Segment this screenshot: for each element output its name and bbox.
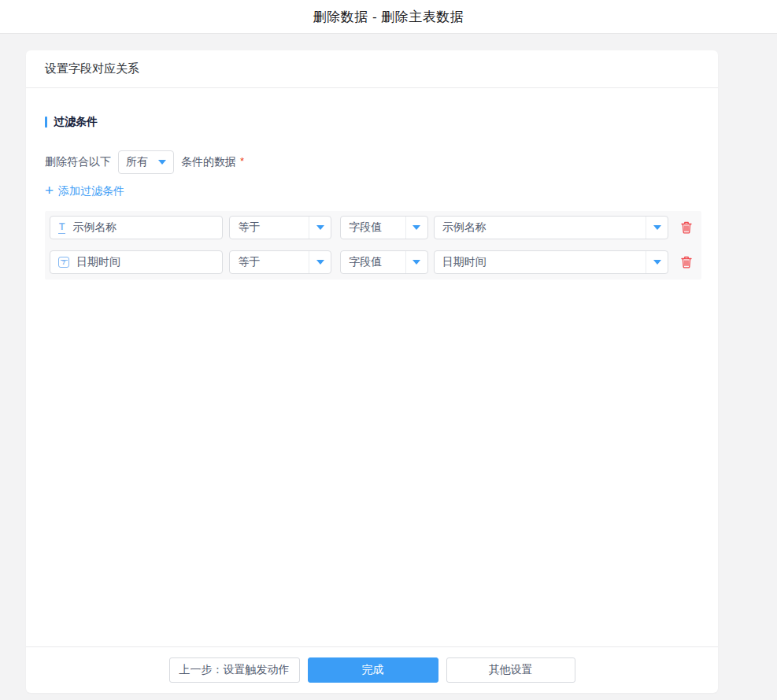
trash-icon bbox=[681, 221, 692, 234]
caret-zone bbox=[405, 251, 427, 273]
operator-value: 等于 bbox=[230, 220, 309, 235]
match-prefix-label: 删除符合以下 bbox=[45, 155, 111, 169]
delete-condition-button[interactable] bbox=[680, 221, 692, 235]
value-type-value: 字段值 bbox=[341, 255, 405, 269]
value-type-value: 字段值 bbox=[341, 220, 405, 235]
filter-row: T 示例名称 等于 字段值 示例名称 bbox=[50, 216, 692, 239]
compare-value-select[interactable]: 日期时间 bbox=[434, 250, 668, 274]
other-settings-button[interactable]: 其他设置 bbox=[446, 657, 575, 683]
add-filter-condition-label: 添加过滤条件 bbox=[58, 184, 124, 198]
filter-rows-panel: T 示例名称 等于 字段值 示例名称 bbox=[45, 211, 701, 280]
chevron-down-icon bbox=[413, 260, 420, 265]
filter-block-title: 过滤条件 bbox=[45, 115, 98, 129]
trash-icon bbox=[681, 256, 692, 269]
accent-bar-icon bbox=[45, 117, 47, 128]
field-name-value: 日期时间 bbox=[76, 255, 120, 269]
match-mode-select[interactable]: 所有 bbox=[118, 150, 174, 174]
compare-value: 日期时间 bbox=[435, 255, 646, 269]
match-condition-line: 删除符合以下 所有 条件的数据 * bbox=[45, 150, 244, 174]
date-field-icon: 7 bbox=[58, 257, 69, 268]
page-header: 删除数据 - 删除主表数据 bbox=[0, 0, 777, 34]
match-mode-value: 所有 bbox=[126, 155, 148, 169]
delete-condition-button[interactable] bbox=[680, 256, 692, 269]
settings-card: 设置字段对应关系 过滤条件 删除符合以下 所有 条件的数据 * + 添加过滤条件… bbox=[26, 50, 718, 693]
value-type-select[interactable]: 字段值 bbox=[340, 216, 428, 239]
caret-zone bbox=[405, 217, 427, 239]
compare-value: 示例名称 bbox=[435, 220, 646, 235]
filter-block-title-label: 过滤条件 bbox=[54, 115, 98, 129]
add-filter-condition-link[interactable]: + 添加过滤条件 bbox=[45, 184, 124, 198]
text-field-icon: T bbox=[58, 222, 65, 234]
chevron-down-icon bbox=[316, 225, 324, 230]
chevron-down-icon bbox=[158, 160, 166, 165]
chevron-down-icon bbox=[653, 225, 661, 230]
match-suffix-label: 条件的数据 bbox=[181, 155, 236, 169]
done-button[interactable]: 完成 bbox=[308, 657, 438, 683]
chevron-down-icon bbox=[653, 260, 661, 265]
value-type-select[interactable]: 字段值 bbox=[340, 250, 428, 274]
filter-row: 7 日期时间 等于 字段值 日期时间 bbox=[50, 250, 692, 274]
caret-zone bbox=[309, 251, 331, 273]
caret-zone bbox=[646, 217, 668, 239]
plus-icon: + bbox=[45, 185, 54, 196]
section-title: 设置字段对应关系 bbox=[45, 61, 139, 76]
required-asterisk: * bbox=[240, 155, 244, 167]
operator-select[interactable]: 等于 bbox=[229, 216, 331, 239]
page-title: 删除数据 - 删除主表数据 bbox=[313, 8, 464, 26]
previous-step-button[interactable]: 上一步：设置触发动作 bbox=[169, 657, 300, 683]
chevron-down-icon bbox=[316, 260, 324, 265]
card-body: 过滤条件 删除符合以下 所有 条件的数据 * + 添加过滤条件 T 示例名称 bbox=[26, 88, 718, 646]
field-name-input[interactable]: T 示例名称 bbox=[50, 216, 223, 239]
card-footer: 上一步：设置触发动作 完成 其他设置 bbox=[26, 646, 718, 693]
chevron-down-icon bbox=[413, 225, 420, 230]
operator-select[interactable]: 等于 bbox=[229, 250, 331, 274]
caret-zone bbox=[309, 217, 331, 239]
card-section-header: 设置字段对应关系 bbox=[26, 50, 718, 88]
field-name-value: 示例名称 bbox=[72, 220, 117, 235]
compare-value-select[interactable]: 示例名称 bbox=[434, 216, 668, 239]
caret-zone bbox=[646, 251, 668, 273]
field-name-input[interactable]: 7 日期时间 bbox=[50, 250, 223, 274]
operator-value: 等于 bbox=[230, 255, 309, 269]
